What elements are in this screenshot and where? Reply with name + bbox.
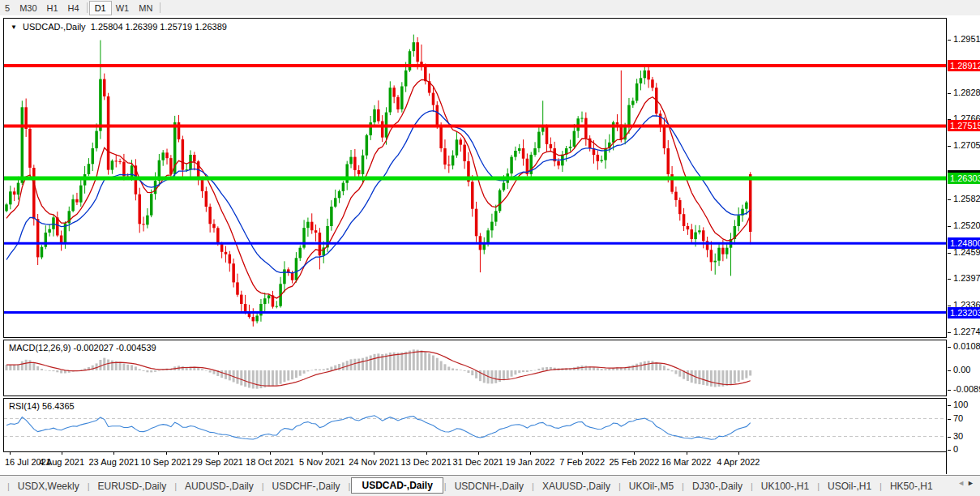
macd-tick-label: -0.008974 (953, 384, 980, 395)
rsi-tick-label: 30 (953, 431, 963, 442)
macd-tick-mark (948, 390, 951, 391)
timeframe-button-5[interactable]: 5 (0, 2, 15, 15)
chart-title: ▼ USDCAD-,Daily 1.25804 1.26399 1.25719 … (11, 22, 227, 32)
timeframe-button-m30[interactable]: M30 (15, 2, 41, 15)
price-tick-mark (948, 226, 951, 227)
price-tick-mark (948, 253, 951, 254)
tab-separator: | (262, 481, 264, 491)
date-tick-label: 4 Aug 2021 (39, 457, 84, 467)
date-tick-mark (478, 452, 479, 455)
tab-scroll-arrows[interactable]: ◄► (957, 479, 977, 487)
price-tick-mark (948, 93, 951, 94)
date-tick-mark (322, 452, 323, 455)
tab-separator: | (682, 481, 684, 491)
price-tick-label: 1.29510 (953, 34, 980, 45)
rsi-indicator-pane[interactable]: RSI(14) 56.4365 (3, 398, 947, 452)
date-tick-label: 4 Apr 2022 (717, 457, 760, 467)
date-tick-label: 23 Aug 2021 (88, 457, 139, 467)
timeframe-button-mn[interactable]: MN (134, 2, 157, 15)
symbol-tab-usdcad-daily[interactable]: USDCAD-,Daily (351, 477, 443, 494)
rsi-tick-label: 100 (953, 400, 968, 410)
date-tick-label: 13 Dec 2021 (400, 457, 451, 467)
date-tick-mark (426, 452, 427, 455)
candlestick-chart (4, 19, 946, 337)
symbol-tab-usdcnh-daily[interactable]: USDCNH-,Daily (447, 477, 531, 494)
symbol-tab-xauusd-daily[interactable]: XAUUSD-,Daily (535, 477, 618, 494)
date-tick-mark (530, 452, 531, 455)
chart-symbol-caret-icon: ▼ (11, 24, 17, 31)
tab-scroll-left-icon[interactable]: ◄ (957, 479, 967, 487)
date-tick-mark (166, 452, 167, 455)
toolbar-separator (87, 2, 88, 13)
price-badge: 1.27515 (948, 120, 980, 131)
date-tick-mark (634, 452, 635, 455)
price-tick-mark (948, 40, 951, 41)
price-tick-label: 1.22745 (953, 327, 980, 337)
mt4-terminal: { "toolbar": {"timeframes": ["5","M30","… (0, 0, 980, 496)
symbol-tab-usdchf-daily[interactable]: USDCHF-,Daily (265, 477, 348, 494)
symbol-tab-audusd-daily[interactable]: AUDUSD-,Daily (178, 477, 261, 494)
tab-separator: | (879, 481, 882, 491)
rsi-tick-mark (948, 419, 951, 420)
date-tick-mark (738, 452, 739, 455)
price-tick-label: 1.28280 (953, 88, 980, 98)
timeframe-button-w1[interactable]: W1 (111, 2, 135, 15)
tab-separator: | (349, 481, 351, 491)
chart-ohlc-values: 1.25804 1.26399 1.25719 1.26389 (91, 22, 227, 32)
symbol-tab-hk50-h1[interactable]: HK50-,H1 (883, 477, 940, 494)
date-tick-mark (113, 452, 114, 455)
chart-symbol: USDCAD-,Daily (23, 22, 86, 32)
price-badge: 1.24800 (948, 237, 980, 249)
tab-separator: | (751, 481, 753, 491)
macd-tick-label: 0.00 (953, 365, 970, 375)
price-tick-mark (948, 332, 951, 333)
symbol-tab-eurusd-daily[interactable]: EURUSD-,Daily (91, 477, 174, 494)
date-tick-label: 24 Nov 2021 (349, 457, 399, 467)
rsi-label: RSI(14) 56.4365 (9, 401, 75, 411)
symbol-tab-strip: |USDX,Weekly|EURUSD-,Daily|AUDUSD-,Daily… (0, 475, 980, 496)
date-tick-label: 18 Oct 2021 (246, 457, 294, 467)
price-tick-mark (948, 279, 951, 280)
price-badge: 1.23203 (948, 307, 980, 319)
date-tick-mark (62, 452, 62, 455)
tab-scroll-right-icon[interactable]: ► (967, 479, 977, 487)
time-axis[interactable]: 16 Jul 20214 Aug 202123 Aug 202110 Sep 2… (3, 452, 947, 474)
price-tick-label: 1.25820 (953, 194, 980, 204)
main-chart-pane[interactable]: ▼ USDCAD-,Daily 1.25804 1.26399 1.25719 … (3, 18, 947, 338)
symbol-tab-dj30-daily[interactable]: DJ30-,Daily (685, 477, 750, 494)
price-badge: 1.26303 (948, 173, 980, 184)
price-badge: 1.28912 (948, 60, 980, 71)
date-tick-mark (374, 452, 374, 455)
price-tick-label: 1.27050 (953, 140, 980, 151)
symbol-tab-uk100-h1[interactable]: UK100-,H1 (754, 477, 816, 494)
timeframe-button-d1[interactable]: D1 (90, 2, 111, 15)
symbol-tab-usoil-h1[interactable]: USOil-,H1 (820, 477, 879, 494)
timeframe-button-h1[interactable]: H1 (42, 2, 63, 15)
date-tick-label: 19 Jan 2022 (506, 457, 555, 467)
timeframe-toolbar: 5M30H1H4D1W1MN (0, 0, 980, 16)
tab-separator: | (817, 481, 820, 491)
symbol-tab-usdx-weekly[interactable]: USDX,Weekly (11, 477, 87, 494)
date-tick-label: 7 Feb 2022 (559, 457, 605, 467)
price-tick-mark (948, 199, 951, 200)
price-axis[interactable]: 1.295101.282801.276651.270501.258201.252… (948, 18, 980, 474)
tab-separator: | (532, 481, 534, 491)
rsi-chart (4, 399, 946, 451)
rsi-tick-mark (948, 450, 951, 451)
date-tick-label: 5 Nov 2021 (299, 457, 344, 467)
macd-tick-mark (948, 347, 951, 348)
date-tick-mark (10, 452, 11, 455)
price-tick-label: 1.25205 (953, 220, 980, 231)
date-tick-mark (218, 452, 219, 455)
rsi-tick-mark (948, 437, 951, 438)
symbol-tab-ukoil-m5[interactable]: UKOil-,M5 (622, 477, 681, 494)
macd-indicator-pane[interactable]: MACD(12,26,9) -0.002027 -0.004539 (3, 340, 947, 396)
timeframe-button-h4[interactable]: H4 (63, 2, 84, 15)
tab-separator: | (7, 481, 10, 491)
date-tick-label: 31 Dec 2021 (453, 457, 503, 467)
macd-label: MACD(12,26,9) -0.002027 -0.004539 (9, 343, 156, 353)
date-tick-mark (687, 452, 687, 455)
tab-separator: | (444, 481, 447, 491)
price-tick-mark (948, 146, 951, 147)
macd-tick-mark (948, 370, 951, 371)
